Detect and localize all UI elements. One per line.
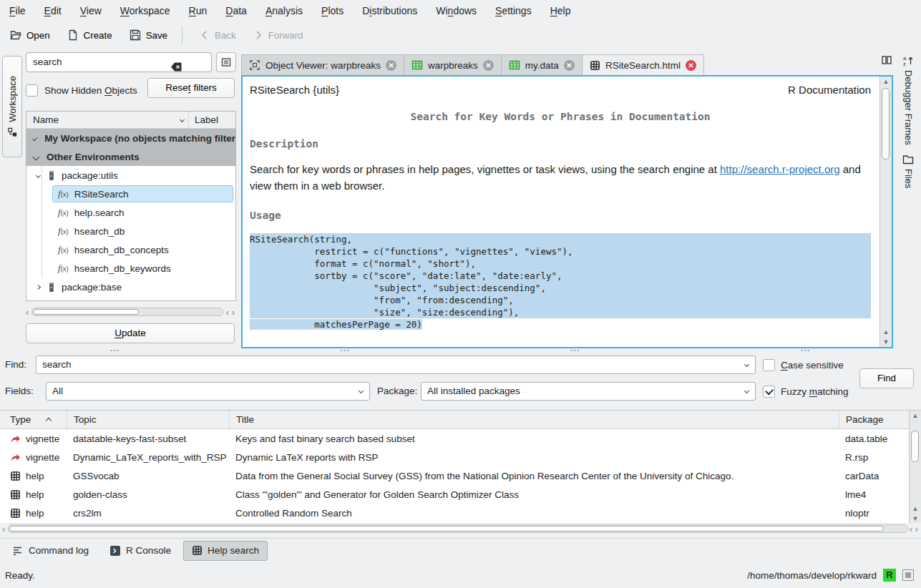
result-row-gssvocab[interactable]: helpGSSvocabData from the General Social… [0, 466, 921, 485]
label-column-header[interactable]: Label [188, 112, 235, 128]
tree-row-hsearch-db-keywords[interactable]: f(x)hsearch_db_keywords [26, 259, 235, 278]
case-sensitive-checkbox[interactable] [763, 359, 775, 371]
workspace-tool-tab[interactable]: Workspace [2, 56, 22, 157]
tool-tab-files[interactable]: Files [895, 149, 921, 192]
usage-code-block[interactable]: RSiteSearch(string, restrict = c("functi… [250, 233, 871, 330]
scroll-right-icon[interactable]: › [232, 307, 235, 318]
function-icon: f(x) [58, 207, 69, 218]
clear-search-icon[interactable] [170, 57, 182, 76]
tool-tab-debugger-frames[interactable]: azDebugger Frames [895, 50, 921, 149]
menu-workspace[interactable]: Workspace [111, 0, 180, 21]
chevron-down-icon[interactable] [32, 135, 38, 141]
scroll-down-icon[interactable]: ▼ [910, 514, 921, 524]
scrollbar-thumb[interactable] [911, 431, 919, 462]
menu-file[interactable]: File [0, 0, 35, 21]
reset-filters-button[interactable]: Reset filters [147, 78, 235, 98]
menu-run[interactable]: Run [180, 0, 217, 21]
column-header-type[interactable]: Type [0, 411, 67, 428]
close-icon[interactable]: ✕ [686, 60, 696, 71]
name-column-header[interactable]: Name [26, 114, 188, 125]
create-button[interactable]: Create [60, 24, 120, 46]
tree-horizontal-scrollbar[interactable]: ‹ ‹ › [26, 306, 236, 318]
scroll-up-icon[interactable]: ▲ [880, 327, 892, 337]
results-horizontal-scrollbar[interactable]: ‹ ‹ › [0, 523, 921, 534]
command-log-icon [12, 544, 24, 556]
results-vertical-scrollbar[interactable]: ▲ ▲ ▼ [909, 411, 921, 524]
save-button[interactable]: Save [122, 24, 175, 46]
find-term-combobox[interactable]: search [36, 356, 756, 374]
close-icon[interactable]: ✕ [483, 60, 494, 71]
split-view-icon[interactable] [881, 54, 892, 66]
left-tool-strip: Workspace [0, 50, 24, 351]
column-header-title[interactable]: Title [229, 411, 839, 428]
scroll-left-icon[interactable]: ‹ [226, 307, 229, 318]
fuzzy-matching-checkbox[interactable] [763, 386, 775, 398]
tree-row-help-search[interactable]: f(x)help.search [26, 203, 235, 222]
menu-view[interactable]: View [71, 0, 111, 21]
scroll-left-icon[interactable]: ‹ [910, 524, 912, 534]
menu-help[interactable]: Help [541, 0, 580, 21]
scroll-down-icon[interactable]: ▼ [880, 337, 892, 347]
column-header-topic[interactable]: Topic [67, 411, 229, 428]
back-button[interactable]: Back [193, 24, 243, 46]
open-button[interactable]: Open [3, 24, 57, 46]
tree-row-hsearch-db-concepts[interactable]: f(x)hsearch_db_concepts [26, 240, 235, 259]
show-hidden-checkbox[interactable] [26, 84, 38, 97]
tool-view-r-console[interactable]: R Console [101, 541, 180, 561]
menu-plots[interactable]: Plots [312, 0, 353, 21]
tab-rsitesearch-html[interactable]: RSiteSearch.html✕ [583, 54, 704, 75]
chevron-right-icon[interactable] [36, 284, 41, 289]
tree-row-other-environments[interactable]: Other Environments [26, 147, 235, 166]
tree-row-rsitesearch[interactable]: f(x)RSiteSearch [26, 185, 235, 203]
function-label: hsearch_db_concepts [74, 245, 169, 255]
workspace-tab-label: Workspace [7, 76, 18, 122]
scroll-up-icon[interactable]: ▲ [880, 77, 892, 87]
scroll-left-icon[interactable]: ‹ [2, 524, 5, 534]
scrollbar-thumb[interactable] [882, 88, 890, 160]
tree-row-package-utils[interactable]: package:utils [26, 166, 235, 185]
menu-windows[interactable]: Windows [427, 0, 486, 21]
document-vertical-scrollbar[interactable]: ▲ ▲ ▼ [879, 77, 892, 347]
status-bar: Ready. /home/thomas/develop/rkward R [0, 562, 921, 588]
tool-view-command-log[interactable]: Command log [4, 541, 97, 561]
forward-button[interactable]: Forward [246, 24, 311, 46]
chevron-down-icon[interactable] [33, 153, 40, 160]
tab-my-data[interactable]: my.data✕ [502, 54, 583, 75]
menu-settings[interactable]: Settings [486, 0, 541, 21]
chevron-down-icon [744, 388, 749, 393]
result-row-datatable-keys-fast-subset[interactable]: vignettedatatable-keys-fast-subsetKeys a… [0, 429, 921, 448]
menu-edit[interactable]: Edit [35, 0, 71, 21]
result-row-dynamic-latex-reports-with-rsp[interactable]: vignetteDynamic_LaTeX_reports_with_RSPDy… [0, 448, 921, 466]
close-icon[interactable]: ✕ [564, 60, 575, 71]
update-button[interactable]: Update [26, 323, 235, 343]
tree-guide-line [42, 240, 42, 259]
fields-combobox[interactable]: All [46, 382, 370, 401]
scroll-up-icon[interactable]: ▲ [910, 411, 921, 421]
find-button[interactable]: Find [859, 368, 914, 388]
tree-row-my-workspace-no-objects-matching-filter[interactable]: My Workspace (no objects matching filter [26, 129, 235, 147]
chevron-down-icon[interactable] [36, 172, 41, 177]
result-row-golden-class[interactable]: helpgolden-classClass '"golden"' and Gen… [0, 485, 921, 504]
tab-object-viewer-warpbreaks[interactable]: Object Viewer: warpbreaks✕ [241, 54, 404, 75]
search-engine-link[interactable]: http://search.r-project.org [720, 163, 840, 175]
package-combobox[interactable]: All installed packages [421, 382, 756, 401]
result-row-crs2lm[interactable]: helpcrs2lmControlled Random Searchnloptr [0, 504, 921, 522]
tool-view-help-search[interactable]: Help search [183, 541, 268, 561]
result-title: Keys and fast binary search based subset [229, 433, 839, 444]
menu-analysis[interactable]: Analysis [256, 0, 312, 21]
close-icon[interactable]: ✕ [386, 60, 396, 71]
object-filter-input[interactable]: search [26, 52, 212, 72]
horizontal-splitter[interactable]: •••••• •••••• [0, 348, 921, 353]
filter-options-button[interactable] [216, 52, 236, 72]
scroll-right-icon[interactable]: › [915, 524, 918, 534]
menu-data[interactable]: Data [216, 0, 256, 21]
tab-warpbreaks[interactable]: warpbreaks✕ [404, 54, 502, 75]
tree-row-package-base[interactable]: package:base [26, 278, 235, 296]
scroll-left-icon[interactable]: ‹ [26, 307, 29, 318]
help-page-icon [590, 59, 600, 71]
menu-distributions[interactable]: Distributions [353, 0, 427, 21]
scroll-up-icon[interactable]: ▲ [910, 504, 921, 514]
tree-row-hsearch-db[interactable]: f(x)hsearch_db [26, 222, 235, 240]
interrupt-button[interactable] [902, 569, 914, 581]
chevron-down-icon [744, 362, 749, 367]
